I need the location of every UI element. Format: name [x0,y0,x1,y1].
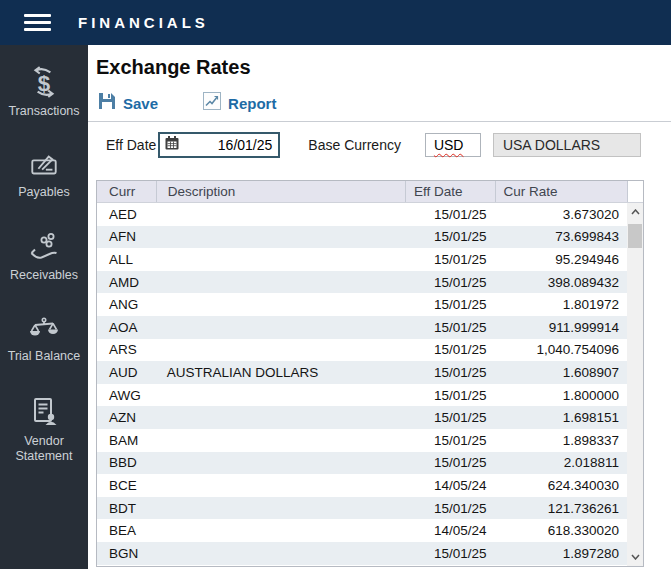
table-row[interactable]: AUDAUSTRALIAN DOLLARS15/01/251.608907 [97,361,627,384]
header-scrollbar-corner [627,181,643,202]
cell-curr: BGN [97,546,156,561]
cell-cur-rate: 1.800000 [495,388,627,403]
scroll-down-icon[interactable] [627,548,643,566]
sidebar-item-label: Receivables [10,268,78,283]
calendar-icon[interactable] [164,135,180,155]
cell-eff-date: 15/01/25 [405,207,495,222]
table-row[interactable]: AOA15/01/25911.999914 [97,316,627,339]
toolbar: Save Report [98,90,671,116]
table-row[interactable]: AMD15/01/25398.089432 [97,271,627,294]
cell-eff-date: 15/01/25 [405,501,495,516]
table-row[interactable]: BGN15/01/251.897280 [97,542,627,565]
cell-cur-rate: 1.698151 [495,410,627,425]
currency-exchange-icon: $ [27,65,61,99]
cell-curr: AMD [97,275,156,290]
sidebar-item-label: Transactions [8,104,79,119]
save-button-label: Save [123,95,158,112]
base-currency-input[interactable]: USD [425,133,481,157]
cell-cur-rate: 2.018811 [495,455,627,470]
top-bar: FINANCIALS [0,0,671,45]
cell-cur-rate: 1.898337 [495,433,627,448]
column-header-curr[interactable]: Curr [97,181,156,202]
cell-curr: BAM [97,433,156,448]
cell-eff-date: 15/01/25 [405,433,495,448]
cell-curr: AFN [97,229,156,244]
cell-cur-rate: 618.330020 [495,523,627,538]
eff-date-value: 16/01/25 [180,137,272,153]
eff-date-label: Eff Date [106,137,156,153]
eff-date-input[interactable]: 16/01/25 [158,132,280,158]
sidebar-item-trial-balance[interactable]: Trial Balance [0,314,88,364]
cell-curr: ALL [97,252,156,267]
cell-cur-rate: 73.699843 [495,229,627,244]
sidebar-item-label: Payables [18,185,69,200]
table-row[interactable]: BAM15/01/251.898337 [97,429,627,452]
menu-icon[interactable] [24,14,51,31]
base-currency-code: USD [434,137,464,153]
save-button[interactable]: Save [98,92,158,114]
table-row[interactable]: BBD15/01/252.018811 [97,452,627,475]
cell-curr: AOA [97,320,156,335]
table-row[interactable]: AED15/01/253.673020 [97,203,627,226]
sidebar-item-payables[interactable]: Payables [0,150,88,200]
column-header-cur-rate[interactable]: Cur Rate [495,181,628,202]
cell-eff-date: 15/01/25 [405,275,495,290]
table-row[interactable]: ANG15/01/251.801972 [97,293,627,316]
sidebar-item-receivables[interactable]: Receivables [0,231,88,283]
cell-eff-date: 15/01/25 [405,388,495,403]
page-title: Exchange Rates [96,55,671,80]
table-row[interactable]: BEA14/05/24618.330020 [97,519,627,542]
sidebar-item-transactions[interactable]: $ Transactions [0,65,88,119]
cell-eff-date: 14/05/24 [405,523,495,538]
base-currency-label: Base Currency [308,137,401,153]
table-row[interactable]: BDT15/01/25121.736261 [97,497,627,520]
sidebar: $ Transactions Payables [0,45,88,569]
cell-cur-rate: 911.999914 [495,320,627,335]
base-currency-name-field: USA DOLLARS [493,133,641,157]
exchange-rates-table: Curr Description Eff Date Cur Rate AED15… [96,180,644,567]
hand-coins-icon [28,231,60,263]
cell-curr: AUD [97,365,156,380]
cell-curr: BDT [97,501,156,516]
sidebar-item-label: Trial Balance [8,349,81,364]
cell-curr: BBD [97,455,156,470]
column-header-description[interactable]: Description [156,181,405,202]
cell-curr: BCE [97,478,156,493]
scrollbar-thumb[interactable] [628,224,642,248]
table-row[interactable]: ARS15/01/251,040.754096 [97,339,627,362]
report-button[interactable]: Report [203,92,276,114]
base-currency-name: USA DOLLARS [503,137,600,153]
app-title: FINANCIALS [78,14,209,31]
table-row[interactable]: BCE14/05/24624.340030 [97,474,627,497]
table-body: AED15/01/253.673020AFN15/01/2573.699843A… [97,203,627,566]
cell-cur-rate: 3.673020 [495,207,627,222]
report-chart-icon [203,92,221,114]
cell-curr: AED [97,207,156,222]
sidebar-item-vendor-statement[interactable]: Vendor Statement [0,395,88,464]
cell-description: AUSTRALIAN DOLLARS [156,365,405,380]
cell-eff-date: 15/01/25 [405,297,495,312]
column-header-eff-date[interactable]: Eff Date [405,181,495,202]
cell-eff-date: 15/01/25 [405,365,495,380]
cheque-pen-icon [29,150,59,180]
cell-eff-date: 15/01/25 [405,252,495,267]
cell-cur-rate: 1.801972 [495,297,627,312]
cell-eff-date: 14/05/24 [405,478,495,493]
cell-cur-rate: 398.089432 [495,275,627,290]
table-row[interactable]: AZN15/01/251.698151 [97,406,627,429]
cell-eff-date: 15/01/25 [405,342,495,357]
table-row[interactable]: ALL15/01/2595.294946 [97,248,627,271]
cell-cur-rate: 121.736261 [495,501,627,516]
cell-eff-date: 15/01/25 [405,320,495,335]
table-row[interactable]: AWG15/01/251.800000 [97,384,627,407]
scroll-up-icon[interactable] [627,203,643,221]
cell-eff-date: 15/01/25 [405,546,495,561]
cell-cur-rate: 1,040.754096 [495,342,627,357]
cell-curr: AZN [97,410,156,425]
filter-row: Eff Date 16/01/25 Base Currency USD USA … [106,132,671,158]
vertical-scrollbar[interactable] [627,203,643,566]
main-content: Exchange Rates Save Report [88,45,671,569]
cell-cur-rate: 95.294946 [495,252,627,267]
cell-cur-rate: 1.897280 [495,546,627,561]
table-row[interactable]: AFN15/01/2573.699843 [97,226,627,249]
